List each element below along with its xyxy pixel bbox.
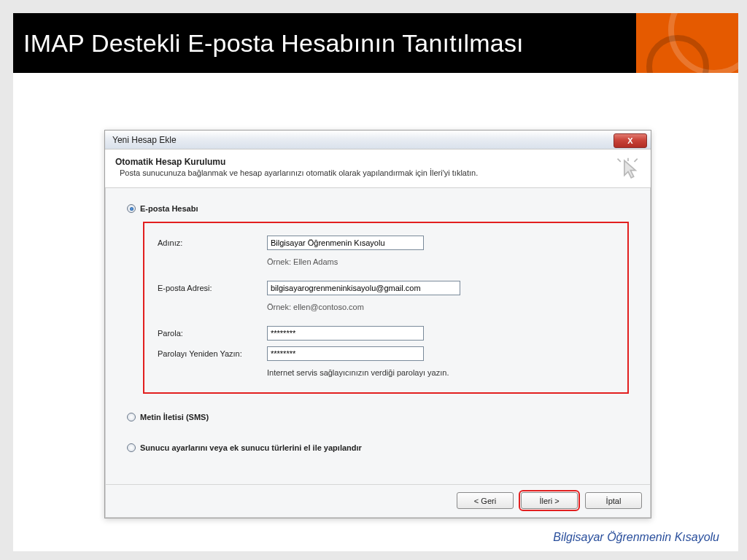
name-input[interactable]: [267, 236, 424, 250]
banner-title: Otomatik Hesap Kurulumu: [115, 157, 640, 167]
dialog-titlebar[interactable]: Yeni Hesap Ekle X: [105, 131, 651, 149]
cancel-button[interactable]: İptal: [585, 492, 642, 509]
cursor-setup-icon: [616, 157, 640, 182]
option-label: E-posta Hesabı: [140, 204, 198, 213]
radio-icon: [127, 204, 136, 213]
password-input[interactable]: [267, 326, 424, 341]
email-label: E-posta Adresi:: [158, 284, 267, 292]
email-example: Örnek: ellen@contoso.com: [267, 303, 486, 311]
dialog-banner: Otomatik Hesap Kurulumu Posta sunucunuza…: [105, 149, 651, 188]
dialog-body: E-posta Hesabı Adınız: Örnek: Ellen Adam…: [105, 188, 651, 477]
close-button[interactable]: X: [614, 133, 647, 148]
radio-icon: [127, 443, 136, 452]
slide-title: IMAP Destekli E-posta Hesabının Tanıtılm…: [23, 29, 524, 58]
banner-subtitle: Posta sunucunuza bağlanmak ve hesap ayar…: [115, 168, 640, 177]
dialog-button-row: < Geri İleri > İptal: [105, 485, 651, 518]
slide-stage: Yeni Hesap Ekle X Otomatik Hesap Kurulum…: [26, 86, 729, 522]
password-label: Parola:: [158, 329, 267, 338]
password2-label: Parolayı Yeniden Yazın:: [158, 349, 267, 358]
password-hint: Internet servis sağlayıcınızın verdiği p…: [267, 368, 617, 377]
svg-line-2: [635, 159, 638, 162]
password-confirm-input[interactable]: [267, 346, 424, 361]
option-manual[interactable]: Sunucu ayarlarını veya ek sunucu türleri…: [127, 443, 629, 452]
name-example: Örnek: Ellen Adams: [267, 257, 486, 266]
back-button[interactable]: < Geri: [457, 492, 514, 509]
close-icon: X: [627, 136, 632, 145]
slide-title-bar: IMAP Destekli E-posta Hesabının Tanıtılm…: [13, 13, 738, 73]
svg-line-0: [618, 159, 621, 162]
slide-frame: IMAP Destekli E-posta Hesabının Tanıtılm…: [0, 0, 747, 560]
dialog-title: Yeni Hesap Ekle: [112, 135, 177, 145]
dialog-window: Yeni Hesap Ekle X Otomatik Hesap Kurulum…: [104, 130, 651, 518]
option-sms[interactable]: Metin İletisi (SMS): [127, 413, 629, 421]
option-email-account[interactable]: E-posta Hesabı: [127, 204, 629, 213]
name-label: Adınız:: [158, 238, 267, 247]
email-input[interactable]: [267, 281, 460, 295]
slide-decoration: [636, 13, 738, 73]
option-label: Metin İletisi (SMS): [140, 413, 209, 421]
highlighted-form-area: Adınız: Örnek: Ellen Adams E-posta Adres…: [143, 222, 629, 394]
radio-icon: [127, 413, 136, 421]
slide-footer: Bilgisayar Öğrenmenin Kısayolu: [553, 531, 719, 544]
next-button[interactable]: İleri >: [521, 492, 578, 509]
option-label: Sunucu ayarlarını veya ek sunucu türleri…: [140, 443, 362, 452]
